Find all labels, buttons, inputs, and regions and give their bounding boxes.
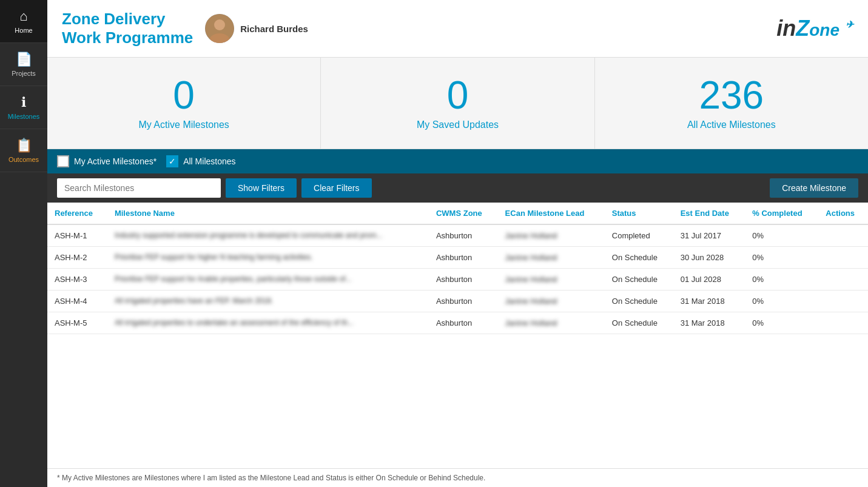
cell-lead: Janine Holland xyxy=(498,291,605,312)
sidebar-item-label: Home xyxy=(15,27,32,34)
search-filter-row: Show Filters Clear Filters Create Milest… xyxy=(47,173,868,203)
cell-lead: Janine Holland xyxy=(498,312,605,334)
milestones-table: Reference Milestone Name CWMS Zone ECan … xyxy=(47,203,868,334)
cell-zone: Ashburton xyxy=(429,224,498,247)
footnote: * My Active Milestones are Milestones wh… xyxy=(47,468,868,487)
table-section: My Active Milestones* ✓ All Milestones S… xyxy=(47,149,868,487)
sidebar-item-label: Milestones xyxy=(8,113,40,120)
avatar xyxy=(205,14,234,43)
user-info: Richard Burdes xyxy=(205,14,308,43)
table-row: ASH-M-1 Industry supported extension pro… xyxy=(47,224,868,247)
col-actions: Actions xyxy=(818,203,868,224)
sidebar-item-outcomes[interactable]: 📋 Outcomes xyxy=(0,129,47,172)
cell-actions xyxy=(818,269,868,291)
cell-reference: ASH-M-3 xyxy=(47,269,107,291)
outcomes-icon: 📋 xyxy=(16,138,32,153)
cell-actions xyxy=(818,291,868,312)
col-milestone-name[interactable]: Milestone Name xyxy=(107,203,429,224)
inzone-logo: inZone ✈ xyxy=(776,16,853,41)
stat-my-active: 0 My Active Milestones xyxy=(47,58,321,149)
projects-icon: 📄 xyxy=(16,52,32,67)
main-content: Zone Delivery Work Programme Richard Bur… xyxy=(47,0,868,487)
cell-pct: 0% xyxy=(745,312,818,334)
search-input[interactable] xyxy=(57,178,221,198)
sidebar-item-label: Projects xyxy=(12,70,36,77)
col-cwms-zone[interactable]: CWMS Zone xyxy=(429,203,498,224)
cell-reference: ASH-M-4 xyxy=(47,291,107,312)
cell-milestone-name: All irrigated properties have an FEP. Ma… xyxy=(107,291,429,312)
col-est-end-date[interactable]: Est End Date xyxy=(673,203,745,224)
cell-milestone-name: Prioritise FEP support for higher N leac… xyxy=(107,247,429,269)
cell-milestone-name: All irrigated properties to undertake an… xyxy=(107,312,429,334)
table-header-row: Reference Milestone Name CWMS Zone ECan … xyxy=(47,203,868,224)
cell-actions xyxy=(818,247,868,269)
user-name: Richard Burdes xyxy=(240,24,308,34)
cell-milestone-name: Industry supported extension programme i… xyxy=(107,224,429,247)
stat-label: All Active Milestones xyxy=(687,119,776,130)
show-filters-button[interactable]: Show Filters xyxy=(226,178,297,198)
table-row: ASH-M-2 Prioritise FEP support for highe… xyxy=(47,247,868,269)
col-ecan-lead[interactable]: ECan Milestone Lead xyxy=(498,203,605,224)
cell-reference: ASH-M-1 xyxy=(47,224,107,247)
col-pct-completed[interactable]: % Completed xyxy=(745,203,818,224)
cell-end-date: 31 Jul 2017 xyxy=(673,224,745,247)
data-table-wrapper: Reference Milestone Name CWMS Zone ECan … xyxy=(47,203,868,468)
stat-label: My Active Milestones xyxy=(138,119,229,130)
checkbox-my-active-icon[interactable] xyxy=(57,155,69,167)
col-status[interactable]: Status xyxy=(605,203,673,224)
home-icon: ⌂ xyxy=(19,8,27,24)
checkbox-all-milestones[interactable]: ✓ All Milestones xyxy=(166,155,235,167)
checkbox-all-milestones-label: All Milestones xyxy=(183,156,235,166)
table-row: ASH-M-5 All irrigated properties to unde… xyxy=(47,312,868,334)
svg-point-1 xyxy=(214,19,225,30)
table-row: ASH-M-3 Prioritise FEP support for Arabl… xyxy=(47,269,868,291)
cell-status: On Schedule xyxy=(605,312,673,334)
stat-number: 0 xyxy=(173,76,195,115)
stat-number: 236 xyxy=(699,76,764,115)
cell-status: On Schedule xyxy=(605,247,673,269)
col-reference[interactable]: Reference xyxy=(47,203,107,224)
sidebar-item-projects[interactable]: 📄 Projects xyxy=(0,43,47,86)
cell-zone: Ashburton xyxy=(429,247,498,269)
cell-zone: Ashburton xyxy=(429,291,498,312)
table-row: ASH-M-4 All irrigated properties have an… xyxy=(47,291,868,312)
cell-end-date: 31 Mar 2018 xyxy=(673,312,745,334)
cell-reference: ASH-M-5 xyxy=(47,312,107,334)
cell-actions xyxy=(818,224,868,247)
sidebar-item-milestones[interactable]: ℹ Milestones xyxy=(0,86,47,129)
cell-pct: 0% xyxy=(745,269,818,291)
create-milestone-button[interactable]: Create Milestone xyxy=(770,178,858,198)
stat-number: 0 xyxy=(447,76,469,115)
sidebar: ⌂ Home 📄 Projects ℹ Milestones 📋 Outcome… xyxy=(0,0,47,487)
checkbox-my-active-label: My Active Milestones* xyxy=(74,156,156,166)
cell-lead: Janine Holland xyxy=(498,224,605,247)
checkbox-all-milestones-icon[interactable]: ✓ xyxy=(166,155,178,167)
sidebar-item-home[interactable]: ⌂ Home xyxy=(0,0,47,43)
sidebar-item-label: Outcomes xyxy=(8,156,39,163)
stat-all-active: 236 All Active Milestones xyxy=(595,58,868,149)
cell-status: On Schedule xyxy=(605,269,673,291)
table-toolbar: My Active Milestones* ✓ All Milestones xyxy=(47,149,868,173)
checkbox-my-active-milestones[interactable]: My Active Milestones* xyxy=(57,155,156,167)
clear-filters-button[interactable]: Clear Filters xyxy=(301,178,371,198)
cell-status: Completed xyxy=(605,224,673,247)
cell-end-date: 01 Jul 2028 xyxy=(673,269,745,291)
cell-end-date: 30 Jun 2028 xyxy=(673,247,745,269)
cell-reference: ASH-M-2 xyxy=(47,247,107,269)
stat-my-saved: 0 My Saved Updates xyxy=(321,58,594,149)
header: Zone Delivery Work Programme Richard Bur… xyxy=(47,0,868,58)
cell-end-date: 31 Mar 2018 xyxy=(673,291,745,312)
cell-pct: 0% xyxy=(745,224,818,247)
cell-zone: Ashburton xyxy=(429,312,498,334)
cell-zone: Ashburton xyxy=(429,269,498,291)
cell-pct: 0% xyxy=(745,291,818,312)
cell-pct: 0% xyxy=(745,247,818,269)
milestones-icon: ℹ xyxy=(21,95,26,110)
stat-label: My Saved Updates xyxy=(417,119,499,130)
cell-lead: Janine Holland xyxy=(498,247,605,269)
header-left: Zone Delivery Work Programme Richard Bur… xyxy=(62,10,308,47)
cell-milestone-name: Prioritise FEP support for Arable proper… xyxy=(107,269,429,291)
cell-lead: Janine Holland xyxy=(498,269,605,291)
cell-actions xyxy=(818,312,868,334)
cell-status: On Schedule xyxy=(605,291,673,312)
